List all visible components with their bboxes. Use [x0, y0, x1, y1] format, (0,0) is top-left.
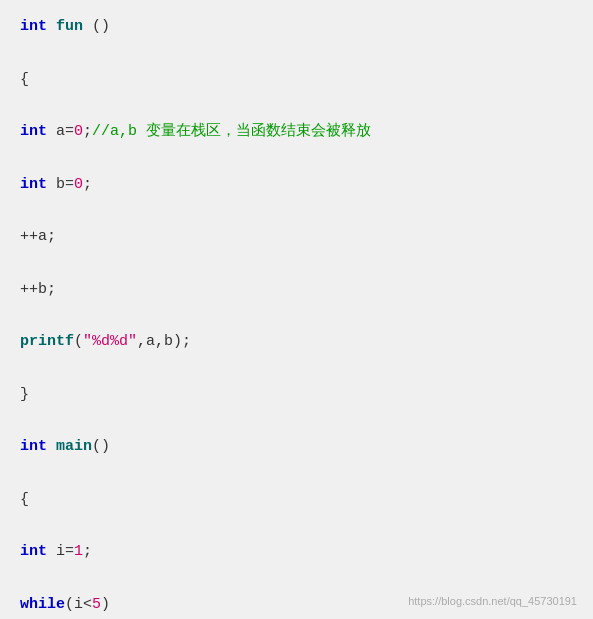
code-token-normal: {: [20, 491, 29, 508]
code-token-kw: int: [20, 176, 47, 193]
code-token-comment: //a,b 变量在栈区，当函数结束会被释放: [92, 123, 371, 140]
code-token-normal: ): [101, 596, 110, 613]
code-token-normal: [47, 438, 56, 455]
code-token-kw: int: [20, 18, 47, 35]
code-token-kw: int: [20, 543, 47, 560]
code-line: printf("%d%d",a,b);: [20, 329, 573, 355]
code-line: [20, 355, 573, 381]
code-line: [20, 198, 573, 224]
code-token-normal: {: [20, 71, 29, 88]
code-token-normal: ++b;: [20, 281, 56, 298]
code-token-normal: (): [83, 18, 110, 35]
code-line: ++a;: [20, 224, 573, 250]
code-line: {: [20, 487, 573, 513]
watermark: https://blog.csdn.net/qq_45730191: [408, 595, 577, 607]
code-token-kw: int: [20, 123, 47, 140]
code-line: [20, 250, 573, 276]
code-line: [20, 565, 573, 591]
code-token-normal: ;: [83, 123, 92, 140]
code-token-kw: int: [20, 438, 47, 455]
code-line: {: [20, 67, 573, 93]
code-token-fn: fun: [56, 18, 83, 35]
code-line: [20, 40, 573, 66]
code-token-kw: while: [20, 596, 65, 613]
code-token-normal: ;: [83, 176, 92, 193]
code-line: [20, 303, 573, 329]
code-token-normal: [47, 18, 56, 35]
code-container: int fun () { int a=0;//a,b 变量在栈区，当函数结束会被…: [0, 0, 593, 619]
code-token-num: 0: [74, 123, 83, 140]
code-token-num: 5: [92, 596, 101, 613]
code-token-normal: ;: [83, 543, 92, 560]
code-token-normal: i=: [47, 543, 74, 560]
code-token-normal: ++a;: [20, 228, 56, 245]
code-token-str: "%d%d": [83, 333, 137, 350]
code-line: int b=0;: [20, 172, 573, 198]
code-line: [20, 460, 573, 486]
code-token-fn: printf: [20, 333, 74, 350]
code-token-normal: ,a,b);: [137, 333, 191, 350]
code-line: [20, 513, 573, 539]
code-line: }: [20, 382, 573, 408]
code-token-fn: main: [56, 438, 92, 455]
code-line: ++b;: [20, 277, 573, 303]
code-token-num: 0: [74, 176, 83, 193]
code-line: [20, 145, 573, 171]
code-line: int fun (): [20, 14, 573, 40]
code-token-normal: b=: [47, 176, 74, 193]
code-line: int a=0;//a,b 变量在栈区，当函数结束会被释放: [20, 119, 573, 145]
code-line: int main(): [20, 434, 573, 460]
code-line: [20, 408, 573, 434]
code-line: [20, 93, 573, 119]
code-token-normal: a=: [47, 123, 74, 140]
code-line: int i=1;: [20, 539, 573, 565]
code-token-normal: (: [74, 333, 83, 350]
code-token-num: 1: [74, 543, 83, 560]
code-token-normal: (): [92, 438, 110, 455]
code-block: int fun () { int a=0;//a,b 变量在栈区，当函数结束会被…: [20, 14, 573, 619]
code-token-normal: }: [20, 386, 29, 403]
code-token-normal: (i<: [65, 596, 92, 613]
